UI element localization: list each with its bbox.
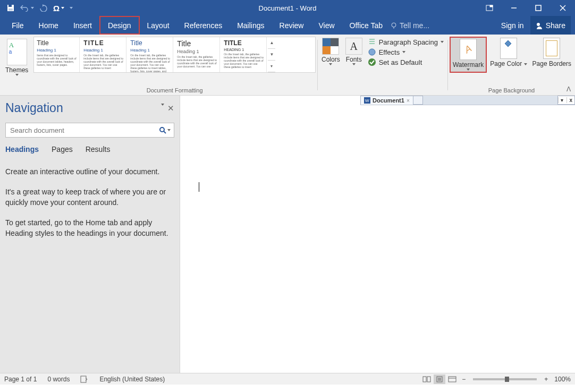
- save-icon[interactable]: [6, 4, 15, 12]
- tell-me-search[interactable]: Tell me...: [390, 21, 429, 30]
- word-doc-icon: W: [364, 97, 370, 104]
- svg-rect-23: [427, 377, 430, 382]
- status-words[interactable]: 0 words: [47, 376, 70, 383]
- symbol-button[interactable]: Ω: [53, 4, 64, 13]
- nav-tab-pages[interactable]: Pages: [52, 145, 73, 154]
- svg-rect-1: [9, 5, 12, 7]
- paragraph-spacing-label: Paragraph Spacing: [379, 38, 438, 46]
- undo-icon[interactable]: [20, 4, 34, 12]
- zoom-in-icon[interactable]: +: [544, 376, 548, 383]
- navigation-title: Navigation: [5, 101, 63, 115]
- tab-close-all-icon[interactable]: x: [566, 97, 574, 103]
- tab-file[interactable]: File: [4, 16, 31, 35]
- tab-view[interactable]: View: [311, 16, 342, 35]
- nav-options-icon[interactable]: [161, 104, 164, 106]
- tab-references[interactable]: References: [177, 16, 230, 35]
- tab-close-icon[interactable]: ×: [407, 98, 410, 104]
- tab-dropdown-icon[interactable]: ▾: [558, 97, 565, 103]
- tab-home[interactable]: Home: [31, 16, 66, 35]
- window-title: Document1 - Word: [259, 4, 317, 12]
- nav-tab-headings[interactable]: Headings: [5, 145, 39, 154]
- effects-button[interactable]: Effects: [368, 48, 444, 56]
- ribbon-display-icon[interactable]: [477, 0, 502, 16]
- style-gallery[interactable]: TitleHeading 1Items that are designed to…: [33, 37, 316, 73]
- watermark-icon: A: [460, 39, 477, 60]
- set-default-button[interactable]: Set as Default: [368, 58, 444, 66]
- paragraph-spacing-button[interactable]: Paragraph Spacing: [368, 38, 444, 46]
- themes-icon: Aa: [7, 39, 27, 65]
- tell-me-label: Tell me...: [400, 21, 429, 30]
- check-icon: [368, 58, 376, 66]
- nav-help-text: Create an interactive outline of your do…: [5, 166, 174, 177]
- style-item[interactable]: TITLEHEADING 1On the Insert tab, the gal…: [221, 37, 267, 72]
- fonts-label: Fonts: [346, 56, 362, 63]
- nav-tab-results[interactable]: Results: [86, 145, 111, 154]
- document-tab-label: Document1: [373, 97, 404, 104]
- doc-formatting-label: Document Formatting: [147, 86, 203, 95]
- document-tab[interactable]: W Document1 ×: [360, 96, 413, 105]
- qat-customize[interactable]: [70, 7, 73, 9]
- tab-design[interactable]: Design: [99, 16, 140, 35]
- text-cursor: [199, 182, 199, 192]
- style-item[interactable]: TITLEHeading 1On the Insert tab, the gal…: [81, 37, 126, 72]
- themes-button[interactable]: Aa Themes: [3, 37, 30, 78]
- svg-point-11: [537, 23, 540, 26]
- gallery-scroll[interactable]: ▲▼▾: [268, 37, 275, 72]
- ribbon: Aa Themes TitleHeading 1Items that are d…: [0, 35, 575, 96]
- share-icon: [536, 22, 543, 29]
- svg-point-16: [368, 58, 376, 66]
- svg-rect-21: [81, 376, 86, 382]
- watermark-label: Watermark: [453, 61, 484, 69]
- paragraph-spacing-icon: [368, 38, 376, 46]
- search-icon[interactable]: [156, 126, 174, 134]
- status-bar: Page 1 of 1 0 words English (United Stat…: [0, 373, 575, 385]
- colors-button[interactable]: Colors: [319, 37, 342, 66]
- colors-label: Colors: [322, 56, 340, 63]
- lightbulb-icon: [390, 22, 398, 29]
- maximize-icon[interactable]: [526, 0, 551, 16]
- share-button[interactable]: Share: [530, 16, 571, 35]
- status-language[interactable]: English (United States): [99, 376, 165, 383]
- tab-office-tab[interactable]: Office Tab: [342, 16, 391, 35]
- style-item[interactable]: TitleHeading 1On the Insert tab, the gal…: [128, 37, 173, 72]
- tab-mailings[interactable]: Mailings: [230, 16, 272, 35]
- web-layout-icon[interactable]: [446, 374, 458, 384]
- print-layout-icon[interactable]: [434, 374, 445, 384]
- svg-text:W: W: [365, 98, 369, 103]
- svg-rect-6: [536, 5, 541, 11]
- style-item[interactable]: TitleHeading 1On the Insert tab, the gal…: [174, 37, 220, 72]
- collapse-ribbon-icon[interactable]: ᐱ: [566, 86, 571, 93]
- minimize-icon[interactable]: [502, 0, 526, 16]
- nav-help-text: To get started, go to the Home tab and a…: [5, 217, 174, 238]
- sign-in-button[interactable]: Sign in: [495, 21, 530, 30]
- search-input[interactable]: [6, 126, 156, 134]
- colors-icon: [322, 38, 339, 55]
- read-mode-icon[interactable]: [421, 374, 433, 384]
- page-color-icon: [500, 38, 517, 59]
- status-spellcheck-icon[interactable]: [80, 376, 89, 383]
- document-canvas[interactable]: [180, 105, 575, 373]
- close-icon[interactable]: [551, 0, 575, 16]
- svg-point-17: [160, 127, 164, 132]
- page-color-button[interactable]: Page Color: [488, 37, 529, 69]
- tab-review[interactable]: Review: [272, 16, 311, 35]
- page-borders-label: Page Borders: [532, 60, 571, 67]
- document-tabs: W Document1 × ▾ x: [360, 96, 575, 105]
- themes-label: Themes: [5, 66, 28, 74]
- share-label: Share: [546, 21, 565, 30]
- zoom-out-icon[interactable]: −: [462, 376, 466, 383]
- search-document-box[interactable]: [5, 123, 174, 138]
- zoom-level[interactable]: 100%: [554, 376, 571, 383]
- fonts-button[interactable]: A Fonts: [343, 37, 365, 66]
- status-page[interactable]: Page 1 of 1: [4, 376, 37, 383]
- nav-help-text: It's a great way to keep track of where …: [5, 186, 174, 208]
- zoom-slider[interactable]: [473, 378, 537, 380]
- page-background-label: Page Background: [488, 86, 535, 95]
- watermark-button[interactable]: A Watermark: [450, 37, 487, 73]
- page-borders-button[interactable]: Page Borders: [530, 37, 573, 69]
- style-item[interactable]: TitleHeading 1Items that are designed to…: [34, 37, 80, 72]
- tab-insert[interactable]: Insert: [66, 16, 99, 35]
- tab-layout[interactable]: Layout: [140, 16, 177, 35]
- nav-close-icon[interactable]: ✕: [167, 104, 174, 113]
- redo-icon[interactable]: [39, 4, 48, 12]
